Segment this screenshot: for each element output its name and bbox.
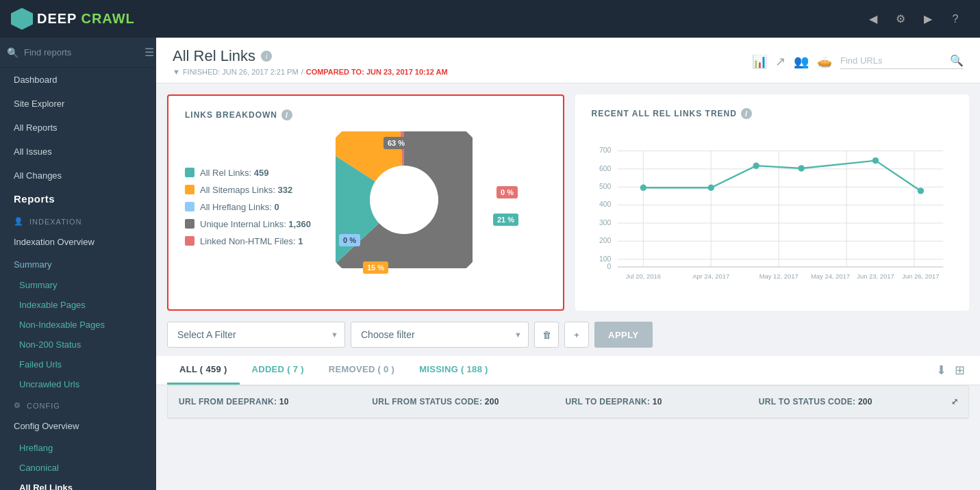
sidebar-item-all-issues[interactable]: All Issues	[0, 140, 156, 164]
svg-text:600: 600	[599, 165, 611, 172]
top-navigation: DEEPCRAWL ◀ ⚙ ▶ ?	[0, 0, 980, 38]
tab-removed[interactable]: REMOVED ( 0 )	[316, 356, 407, 385]
legend-dot-gold	[185, 185, 194, 194]
svg-text:100: 100	[599, 255, 611, 263]
page-title-info-icon[interactable]: i	[261, 51, 272, 62]
tab-added[interactable]: ADDED ( 7 )	[240, 356, 316, 385]
content-header: All Rel Links i ▼ FINISHED: JUN 26, 2017…	[156, 38, 980, 83]
pie-chart-icon[interactable]: 🥧	[817, 54, 832, 69]
table-header-row: Url From Deeprank: 10 Url From Status Co…	[168, 386, 968, 418]
nav-help-icon[interactable]: ?	[942, 5, 969, 33]
pie-card-info-icon[interactable]: i	[281, 109, 292, 120]
legend-linked-non-html-files: Linked Non-HTML Files: 1	[185, 236, 322, 246]
svg-text:400: 400	[599, 201, 611, 208]
sidebar-item-failed-urls[interactable]: Failed Urls	[0, 354, 156, 374]
share-icon[interactable]: ↗	[775, 54, 786, 69]
legend-dot-red	[185, 236, 194, 246]
choose-filter-wrap: Choose filter	[351, 322, 529, 348]
svg-text:Jun 26, 2017: Jun 26, 2017	[902, 272, 939, 280]
sidebar-section-indexation: 👤 Indexation	[0, 210, 156, 230]
add-filter-button[interactable]: +	[564, 322, 589, 348]
charts-row: LINKS BREAKDOWN i All Rel Links: 459 All…	[156, 83, 980, 311]
sidebar-item-site-explorer[interactable]: Site Explorer	[0, 92, 156, 116]
sidebar-item-all-changes[interactable]: All Changes	[0, 164, 156, 188]
select-a-filter[interactable]: Select A Filter	[167, 322, 345, 348]
sidebar-item-indexation-overview[interactable]: Indexation Overview	[0, 230, 156, 254]
svg-text:Jul 20, 2016: Jul 20, 2016	[625, 272, 660, 280]
menu-icon[interactable]: ☰	[145, 46, 154, 59]
indexation-icon: 👤	[14, 217, 24, 226]
pie-legend: All Rel Links: 459 All Sitemaps Links: 3…	[185, 168, 322, 246]
pie-content: All Rel Links: 459 All Sitemaps Links: 3…	[185, 131, 546, 282]
page-title-area: All Rel Links i ▼ FINISHED: JUN 26, 2017…	[173, 47, 448, 76]
sidebar-item-config-overview[interactable]: Config Overview	[0, 414, 156, 438]
sidebar-item-non-200-status[interactable]: Non-200 Status	[0, 335, 156, 354]
col-url-to-status-code: Url To Status Code: 200	[748, 393, 941, 411]
compared-link[interactable]: COMPARED TO: JUN 23, 2017 10:12 AM	[306, 68, 448, 76]
trend-chart-svg: 700 600 500 400 300 200 100 0	[592, 130, 953, 294]
search-icon: 🔍	[7, 47, 18, 58]
tabs-row: ALL ( 459 ) ADDED ( 7 ) REMOVED ( 0 ) MI…	[156, 356, 980, 385]
sidebar-item-all-rel-links[interactable]: All Rel Links	[0, 478, 156, 490]
legend-all-hreflang-links: All Hreflang Links: 0	[185, 202, 322, 212]
delete-filter-button[interactable]: 🗑	[534, 322, 559, 348]
svg-text:May 12, 2017: May 12, 2017	[759, 272, 798, 280]
tab-all[interactable]: ALL ( 459 )	[167, 356, 240, 385]
find-urls-input[interactable]	[840, 55, 950, 66]
pie-chart: 63 % 21 % 15 % 0 % 0 %	[336, 131, 486, 282]
filter-row: Select A Filter Choose filter 🗑 + APPLY	[156, 311, 980, 356]
sidebar-item-summary[interactable]: Summary	[0, 275, 156, 295]
sidebar-item-non-indexable-pages[interactable]: Non-Indexable Pages	[0, 315, 156, 335]
bar-chart-icon[interactable]: 📊	[752, 54, 767, 69]
nav-collapse-left-icon[interactable]: ◀	[859, 5, 887, 33]
config-icon: ⚙	[14, 401, 21, 410]
header-actions: 📊 ↗ 👥 🥧 🔍	[752, 54, 964, 69]
sidebar-summary-label: Summary	[0, 254, 156, 275]
sidebar-item-dashboard[interactable]: Dashboard	[0, 68, 156, 92]
nav-settings-icon[interactable]: ⚙	[887, 5, 914, 33]
sidebar-item-indexable-pages[interactable]: Indexable Pages	[0, 295, 156, 315]
page-title: All Rel Links i	[173, 47, 448, 65]
logo-text-crawl: CRAWL	[81, 11, 134, 27]
trend-card-info-icon[interactable]: i	[741, 108, 752, 119]
col-url-to-deeprank: Url To Deeprank: 10	[555, 393, 748, 411]
trend-card: RECENT ALL REL LINKS TREND i 700 600	[575, 94, 970, 311]
svg-point-32	[917, 188, 923, 194]
svg-text:Jun 23, 2017: Jun 23, 2017	[857, 272, 894, 280]
sidebar-item-canonical[interactable]: Canonical	[0, 458, 156, 478]
legend-dot-gray	[185, 219, 194, 229]
sidebar-item-hreflang[interactable]: Hreflang	[0, 438, 156, 458]
logo-text-deep: DEEP	[37, 11, 77, 27]
nav-collapse-right-icon[interactable]: ▶	[914, 5, 942, 33]
sidebar-item-uncrawled-urls[interactable]: Uncrawled Urls	[0, 374, 156, 394]
col-url-from-status-code: Url From Status Code: 200	[361, 393, 554, 411]
logo: DEEPCRAWL	[11, 8, 135, 30]
col-url-from-deeprank: Url From Deeprank: 10	[168, 393, 361, 411]
users-icon[interactable]: 👥	[794, 54, 809, 69]
legend-dot-teal	[185, 168, 194, 177]
trend-card-title: RECENT ALL REL LINKS TREND i	[592, 108, 953, 119]
svg-point-30	[798, 165, 804, 171]
sidebar-section-config: ⚙ Config	[0, 394, 156, 414]
svg-point-27	[640, 184, 646, 190]
legend-unique-internal-links: Unique Internal Links: 1,360	[185, 219, 322, 229]
download-icon[interactable]: ⬇	[932, 363, 951, 378]
find-urls-search-icon[interactable]: 🔍	[950, 54, 964, 67]
apply-button[interactable]: APPLY	[594, 322, 653, 348]
legend-dot-blue	[185, 202, 194, 211]
sidebar-reports-label: Reports	[0, 188, 156, 210]
pie-svg	[336, 131, 473, 268]
table-area: Url From Deeprank: 10 Url From Status Co…	[167, 385, 969, 419]
grid-icon[interactable]: ⊞	[951, 363, 969, 378]
svg-point-28	[707, 184, 714, 190]
col-expand[interactable]: ⤢	[941, 393, 968, 411]
choose-filter[interactable]: Choose filter	[351, 322, 529, 348]
sidebar-item-all-reports[interactable]: All Reports	[0, 116, 156, 140]
svg-text:0: 0	[607, 263, 611, 270]
legend-all-sitemaps-links: All Sitemaps Links: 332	[185, 185, 322, 195]
svg-point-5	[370, 166, 438, 234]
svg-text:May 24, 2017: May 24, 2017	[811, 272, 850, 280]
tab-missing[interactable]: MISSING ( 188 )	[407, 356, 501, 385]
legend-all-rel-links: All Rel Links: 459	[185, 168, 322, 178]
search-input[interactable]	[24, 47, 139, 57]
